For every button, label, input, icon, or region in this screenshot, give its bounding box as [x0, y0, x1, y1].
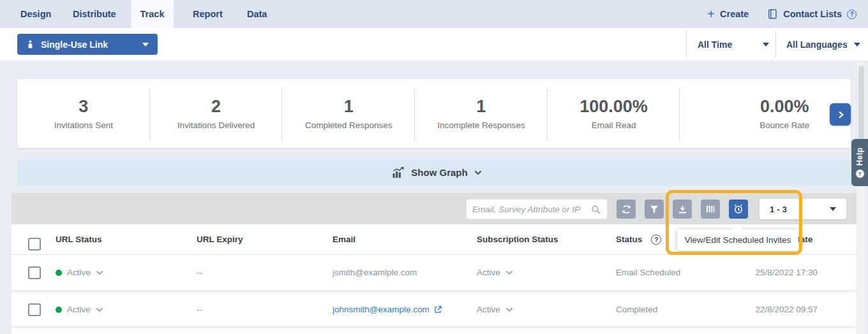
stat-value: 3: [79, 97, 88, 117]
select-all-checkbox[interactable]: [28, 238, 41, 250]
help-badge-icon: ?: [856, 170, 864, 178]
chevron-down-icon: [505, 307, 513, 312]
url-status-label: Active: [67, 268, 91, 277]
filter-icon: [649, 204, 659, 214]
status-cell: Email Scheduled: [616, 255, 680, 290]
chevron-right-icon: [835, 110, 846, 120]
header-url-status: URL Status: [56, 224, 102, 255]
chevron-down-icon: [96, 307, 103, 312]
chevron-down-icon: [763, 43, 769, 47]
subscription-status-label: Active: [477, 305, 500, 314]
header-status-label: Status: [616, 224, 642, 255]
chevron-down-icon: [830, 207, 836, 211]
header-email: Email: [333, 224, 355, 255]
stat-email-read: 100.00% Email Read: [548, 79, 680, 148]
sub-header: Single-Use Link All Time All Languages: [0, 28, 868, 61]
header-subscription-status: Subscription Status: [477, 224, 558, 255]
chevron-down-icon: [854, 43, 860, 47]
stat-bounce-rate: 0.00% Bounce Rate: [680, 79, 851, 148]
help-tab[interactable]: Help ?: [851, 139, 868, 186]
url-status-cell[interactable]: Active: [56, 255, 103, 290]
active-status-dot: [56, 307, 62, 313]
recipients-table: 1 - 3 URL Status URL Expiry Email Subscr…: [11, 193, 857, 334]
chevron-down-icon: [474, 170, 482, 175]
search-box: [466, 199, 608, 219]
time-filter-dropdown[interactable]: All Time: [698, 28, 769, 61]
columns-icon: [705, 204, 715, 214]
filter-button[interactable]: [645, 200, 664, 219]
stat-value: 0.00%: [760, 97, 809, 117]
url-expiry-cell: --: [197, 255, 202, 290]
stat-value: 1: [476, 97, 486, 117]
stats-summary-card: 3 Invitations Sent 2 Invitations Deliver…: [17, 79, 851, 148]
contact-lists-help-icon[interactable]: ?: [847, 10, 857, 19]
pagination-range: 1 - 3: [770, 205, 787, 214]
url-expiry-cell: --: [197, 293, 202, 326]
row-separator: [11, 290, 857, 293]
url-status-cell[interactable]: Active: [56, 293, 103, 326]
subscription-status-cell[interactable]: Active: [477, 255, 513, 290]
show-graph-label: Show Graph: [411, 167, 467, 178]
create-label: Create: [720, 9, 749, 19]
refresh-button[interactable]: [617, 200, 636, 219]
top-nav: Design Distribute Track Report Data + Cr…: [0, 0, 868, 28]
columns-button[interactable]: [701, 200, 720, 219]
subscription-status-cell[interactable]: Active: [477, 293, 513, 326]
language-filter-label: All Languages: [786, 40, 848, 50]
table-row: Active -- johnsmith@example.com Active C…: [11, 293, 857, 326]
row-separator: [11, 326, 857, 328]
distribution-type-dropdown[interactable]: Single-Use Link: [17, 34, 158, 55]
distribution-type-label: Single-Use Link: [41, 40, 108, 50]
download-icon: [677, 204, 688, 215]
contact-book-icon: [767, 8, 778, 20]
email-link-cell[interactable]: johnsmith@example.com: [333, 293, 442, 326]
subscription-status-label: Active: [477, 268, 500, 277]
stat-label: Completed Responses: [305, 120, 393, 130]
table-row: Active -- jsmith@examlple.com Active Ema…: [11, 255, 857, 290]
chevron-down-icon: [505, 270, 513, 275]
scrollbar-track: [857, 62, 865, 334]
divider: [686, 31, 687, 57]
tab-track[interactable]: Track: [131, 0, 174, 28]
track-page: Design Distribute Track Report Data + Cr…: [0, 0, 868, 334]
tab-report[interactable]: Report: [193, 0, 223, 28]
stat-value: 2: [211, 97, 221, 117]
chart-icon: [392, 167, 405, 178]
search-input[interactable]: [472, 205, 590, 214]
search-icon: [590, 204, 601, 215]
email-cell: jsmith@examlple.com: [333, 255, 417, 290]
chevron-down-icon: [96, 270, 103, 275]
refresh-icon: [621, 204, 632, 215]
tab-distribute[interactable]: Distribute: [73, 0, 116, 28]
download-button[interactable]: [673, 200, 692, 219]
time-filter-label: All Time: [698, 40, 732, 50]
contact-lists-button[interactable]: Contact Lists ?: [767, 8, 857, 20]
header-url-expiry: URL Expiry: [197, 224, 243, 255]
pagination-dropdown[interactable]: 1 - 3: [760, 199, 846, 219]
row-checkbox[interactable]: [28, 303, 41, 316]
help-label: Help: [855, 147, 864, 166]
stats-next-button[interactable]: [830, 103, 851, 126]
active-status-dot: [56, 270, 62, 276]
stat-invitations-sent: 3 Invitations Sent: [17, 79, 150, 148]
show-graph-toggle[interactable]: Show Graph: [17, 159, 857, 185]
contact-lists-label: Contact Lists: [783, 9, 842, 19]
stat-label: Invitations Sent: [54, 120, 113, 130]
person-icon: [26, 40, 34, 49]
stat-value: 1: [344, 97, 354, 117]
stat-value: 100.00%: [580, 97, 648, 117]
language-filter-dropdown[interactable]: All Languages: [786, 28, 860, 61]
create-button[interactable]: + Create: [707, 8, 749, 20]
stat-label: Email Read: [592, 120, 636, 130]
row-checkbox[interactable]: [28, 266, 41, 279]
tab-data[interactable]: Data: [247, 0, 267, 28]
chevron-down-icon: [142, 43, 149, 47]
external-link-icon: [433, 305, 442, 314]
divider: [775, 31, 776, 57]
email-link-label: johnsmith@example.com: [333, 305, 430, 314]
status-help-icon[interactable]: ?: [651, 235, 661, 245]
tab-design[interactable]: Design: [20, 0, 51, 28]
date-cell: 22/8/2022 09:57: [755, 293, 818, 326]
scheduled-invites-button[interactable]: [729, 200, 748, 219]
header-status: Status ?: [616, 224, 661, 255]
